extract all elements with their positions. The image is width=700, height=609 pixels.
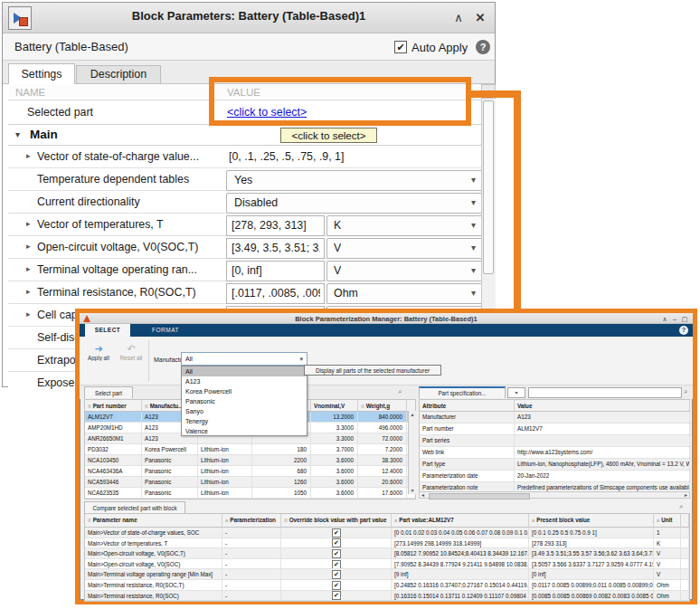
table-row[interactable]: Part number ALM12V7	[420, 423, 689, 435]
table-row[interactable]: Part type Lithium-ion, Nanophosphate(LFP…	[420, 459, 689, 471]
table-row[interactable]: NCA593446 Panasonic Lithium-ion 1260 3.6…	[85, 477, 415, 488]
table-row[interactable]: NCA623535 Panasonic Lithium-ion 1050 3.6…	[85, 488, 415, 499]
manager-help-icon[interactable]: ?	[679, 326, 688, 335]
manager-minimize-button[interactable]: ∧	[660, 315, 669, 323]
scroll-up-icon[interactable]: ▲	[409, 412, 416, 417]
unit-dropdown[interactable]: V ▾	[326, 238, 484, 259]
scroll-left-icon[interactable]: ◄	[421, 492, 425, 499]
table-row[interactable]: Main>Open-circuit voltage, V0(SOC,T) - […	[85, 548, 689, 559]
manufacturer-option[interactable]: Panasonic	[182, 396, 307, 406]
spec-search-input[interactable]	[528, 387, 682, 398]
tab-description[interactable]: Description	[76, 65, 161, 84]
close-button[interactable]: ✕	[471, 9, 489, 27]
expand-icon[interactable]: ▸	[26, 309, 31, 319]
dialog-title-bar[interactable]: Block Parameters: Battery (Table-Based)1…	[3, 3, 495, 33]
table-row[interactable]: Parameterization date 20-Jan-2022	[420, 471, 689, 482]
col-weight[interactable]: Weight,g	[358, 400, 407, 411]
ribbon-tab-select[interactable]: SELECT	[85, 324, 130, 337]
reset-all-button[interactable]: ↶ Reset all	[116, 342, 147, 369]
value-input[interactable]: [0, inf]	[226, 261, 325, 281]
param-value[interactable]: [0, .1, .25, .5, .75, .9, 1]	[229, 150, 344, 163]
manufacturer-dropdown[interactable]: All ▾	[181, 352, 307, 366]
manufacturer-option[interactable]: A123	[182, 376, 307, 386]
table-row[interactable]: PD3032 Korea Powercell Lithium-ion 180 3…	[85, 444, 415, 455]
manufacturer-option[interactable]: Tenergy	[182, 416, 307, 426]
search-icon[interactable]: ⌕	[679, 502, 683, 511]
part-specification-tab[interactable]: Part specification...	[419, 386, 506, 398]
table-row[interactable]: Main>Terminal resistance, R0(SOC,T) - [0…	[85, 580, 689, 591]
current-directionality-dropdown[interactable]: Disabled ▾	[226, 193, 484, 214]
table-row[interactable]: Main>Open-circuit voltage, V0(SOC) - [7.…	[85, 559, 689, 570]
compare-tab[interactable]: Compare selected part with block	[84, 501, 185, 513]
auto-apply-checkbox[interactable]: ✔	[394, 41, 407, 53]
section-collapse-icon[interactable]: ▾	[15, 129, 20, 139]
input-value: [0, inf]	[232, 264, 320, 277]
col-parameterization[interactable]: Parameterization	[222, 514, 281, 527]
col-override[interactable]: Override block value with part value	[281, 514, 392, 527]
expand-icon[interactable]: ▸	[26, 242, 31, 251]
unit-dropdown[interactable]: Ohm ▾	[326, 283, 484, 304]
table-row[interactable]: Manufacturer A123	[420, 412, 689, 423]
unit-dropdown[interactable]: K ▾	[326, 215, 484, 236]
table-row[interactable]: Main>Vector of temperatures, T - [273.14…	[85, 538, 689, 549]
col-unit[interactable]: Unit	[654, 514, 681, 527]
manager-restore-button[interactable]: –	[670, 315, 679, 323]
override-checkbox[interactable]	[332, 560, 341, 569]
table-row[interactable]: NCA463436A Panasonic Lithium-ion 680 3.6…	[85, 466, 415, 477]
expand-icon[interactable]: ▸	[26, 264, 31, 273]
spec-filter-dropdown[interactable]: ▾	[507, 387, 525, 398]
expand-icon[interactable]: ▸	[26, 287, 31, 296]
manufacturer-option[interactable]: Korea Powercell	[182, 386, 307, 396]
table-row[interactable]: Main>Vector of state-of-charge values, S…	[85, 528, 689, 538]
value-input[interactable]: [3.49, 3.5, 3.51; 3.55,...	[226, 238, 325, 259]
col-part-number[interactable]: Part number	[85, 400, 142, 411]
table-row[interactable]: NCA103450 Panasonic Lithium-ion 2200 3.6…	[85, 455, 415, 466]
table-row[interactable]: Part series	[420, 435, 689, 447]
ribbon-tab-format[interactable]: FORMAT	[143, 324, 188, 337]
expand-icon[interactable]: ▸	[26, 151, 31, 160]
scroll-down-icon[interactable]: ▼	[409, 488, 416, 493]
override-checkbox[interactable]	[332, 570, 341, 579]
collapse-button[interactable]: ∧	[449, 9, 468, 27]
col-present-block-value[interactable]: Present block value	[529, 514, 654, 527]
manufacturer-option[interactable]: All	[182, 366, 307, 376]
override-checkbox[interactable]	[332, 528, 341, 538]
override-checkbox[interactable]	[332, 538, 341, 547]
main-section-row[interactable]: ▾ Main	[8, 124, 481, 146]
col-vnominal[interactable]: Vnominal,V	[311, 400, 358, 411]
cell-weight: 496.0000	[358, 423, 407, 433]
tab-settings[interactable]: Settings	[8, 63, 75, 85]
scrollbar-thumb[interactable]	[483, 100, 494, 274]
col-part-value[interactable]: Part value:ALM12V7	[392, 514, 529, 527]
value-input[interactable]: [.0117, .0085, .009; ....	[226, 283, 325, 304]
cell-capacity: 1050	[252, 488, 311, 498]
help-icon[interactable]: ?	[476, 40, 490, 54]
parts-table-scrollbar[interactable]: ▲ ▼	[408, 411, 416, 494]
scroll-right-icon[interactable]: ►	[684, 492, 688, 499]
col-parameter-name[interactable]: Parameter name	[85, 514, 222, 527]
table-row[interactable]: Web link http://www.a123systems.com/	[420, 447, 689, 459]
unit-dropdown[interactable]: V ▾	[326, 261, 484, 281]
manufacturer-option[interactable]: Sanyo	[182, 406, 307, 416]
expand-icon[interactable]: ▸	[26, 219, 31, 228]
override-checkbox[interactable]	[332, 591, 341, 600]
value-input[interactable]: [278, 293, 313]	[226, 215, 325, 236]
table-row[interactable]: Main>Terminal voltage operating range [M…	[85, 569, 689, 580]
manager-maximize-button[interactable]: ▢	[680, 315, 689, 323]
override-checkbox[interactable]	[332, 581, 341, 590]
spec-horizontal-scrollbar[interactable]: ◄ ►	[419, 491, 690, 499]
manufacturer-option[interactable]: Valence	[182, 426, 307, 436]
apply-all-button[interactable]: ➜ Apply all	[83, 342, 114, 369]
cell-manufacturer: Panasonic	[142, 466, 198, 476]
search-icon[interactable]: ⌕	[398, 387, 402, 396]
search-icon[interactable]: ⌕	[684, 387, 687, 396]
col-value[interactable]: Value	[515, 400, 690, 411]
cell-parameterization: -	[222, 559, 281, 569]
override-checkbox[interactable]	[332, 549, 341, 558]
scrollbar-thumb[interactable]	[429, 493, 530, 500]
select-part-tab[interactable]: Select part	[84, 386, 133, 398]
temp-dependent-dropdown[interactable]: Yes ▾	[226, 170, 484, 191]
col-attribute[interactable]: Attribute	[420, 400, 515, 411]
manager-title-bar[interactable]: Block Parameterization Manager: Battery …	[80, 313, 693, 324]
table-row[interactable]: Main>Terminal resistance, R0(SOC) - [0.1…	[85, 591, 689, 602]
